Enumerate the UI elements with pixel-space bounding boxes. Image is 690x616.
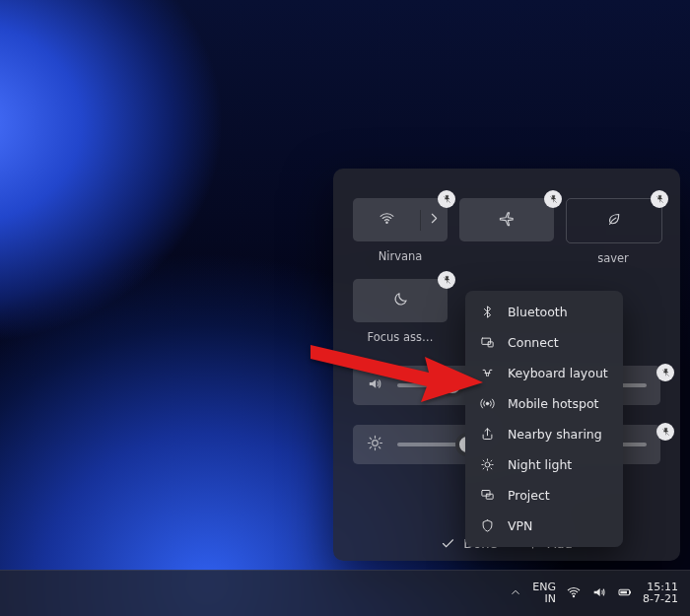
menu-item-label: Night light [508, 457, 572, 472]
wifi-icon [379, 210, 395, 231]
tile-label: Focus ass… [353, 330, 448, 344]
airplane-icon [499, 210, 516, 231]
wifi-toggle[interactable] [353, 198, 448, 241]
unpin-volume[interactable] [656, 364, 674, 381]
svg-point-1 [373, 440, 379, 445]
tile-airplane [459, 198, 554, 265]
menu-item-vpn[interactable]: VPN [465, 511, 623, 541]
nightl-icon [479, 457, 496, 472]
tile-label: Nirvana [353, 249, 448, 263]
tile-label: saver [566, 251, 660, 265]
menu-item-label: Keyboard layout [508, 366, 608, 380]
menu-item-bluetooth[interactable]: Bluetooth [465, 297, 623, 327]
menu-item-label: Nearby sharing [508, 427, 602, 442]
tile-focus-assist: Focus ass… [353, 279, 448, 344]
tile-wifi: Nirvana [353, 198, 448, 265]
taskbar: ENG IN 15:11 8-7-21 [0, 570, 690, 616]
menu-item-keyboard-layout[interactable]: Keyboard layout [465, 358, 623, 388]
volume-icon [367, 376, 383, 396]
battery-tray-icon[interactable] [617, 584, 633, 603]
wifi-expand[interactable] [420, 210, 448, 231]
moon-icon [392, 291, 409, 311]
svg-point-0 [385, 222, 386, 223]
svg-rect-2 [482, 338, 491, 344]
menu-item-nearby-sharing[interactable]: Nearby sharing [465, 419, 623, 449]
svg-rect-11 [630, 590, 631, 593]
date: 8-7-21 [643, 593, 678, 605]
menu-item-label: Bluetooth [508, 305, 568, 319]
unpin-brightness[interactable] [656, 423, 674, 441]
keyboard-icon [479, 366, 496, 380]
menu-item-night-light[interactable]: Night light [465, 449, 623, 480]
focus-assist-toggle[interactable] [353, 279, 448, 322]
system-tray: ENG IN 15:11 8-7-21 [497, 582, 690, 605]
language-indicator[interactable]: ENG IN [532, 582, 556, 605]
battery-saver-toggle[interactable] [566, 198, 662, 243]
wifi-tray-icon[interactable] [566, 584, 582, 603]
project-icon [479, 488, 496, 503]
volume-thumb[interactable] [441, 374, 464, 397]
brightness-icon [367, 435, 383, 455]
add-quick-action-menu: Bluetooth Connect Keyboard layout Mobile… [465, 291, 623, 547]
menu-item-label: VPN [508, 518, 532, 533]
svg-point-9 [573, 595, 574, 596]
bluetooth-icon [479, 305, 496, 319]
unpin-airplane[interactable] [544, 190, 562, 208]
svg-rect-12 [620, 590, 627, 593]
menu-item-label: Connect [508, 335, 559, 350]
connect-icon [479, 335, 496, 350]
menu-item-project[interactable]: Project [465, 480, 623, 511]
svg-point-5 [485, 462, 490, 467]
menu-item-mobile-hotspot[interactable]: Mobile hotspot [465, 388, 623, 419]
menu-item-label: Project [508, 488, 550, 503]
hotspot-icon [479, 396, 496, 411]
tray-overflow-button[interactable] [509, 585, 522, 602]
lang-bottom: IN [545, 593, 556, 605]
clock[interactable]: 15:11 8-7-21 [643, 582, 678, 605]
tile-battery-saver: saver [566, 198, 660, 265]
menu-item-label: Mobile hotspot [508, 396, 598, 411]
share-icon [479, 427, 496, 442]
vpn-icon [479, 518, 496, 533]
airplane-toggle[interactable] [459, 198, 554, 241]
svg-point-4 [486, 402, 489, 405]
volume-tray-icon[interactable] [591, 584, 607, 603]
unpin-focus-assist[interactable] [438, 271, 455, 289]
menu-item-connect[interactable]: Connect [465, 327, 623, 358]
leaf-icon [606, 211, 623, 232]
unpin-battery-saver[interactable] [651, 190, 668, 208]
unpin-wifi[interactable] [438, 190, 455, 208]
chevron-right-icon [426, 210, 443, 231]
